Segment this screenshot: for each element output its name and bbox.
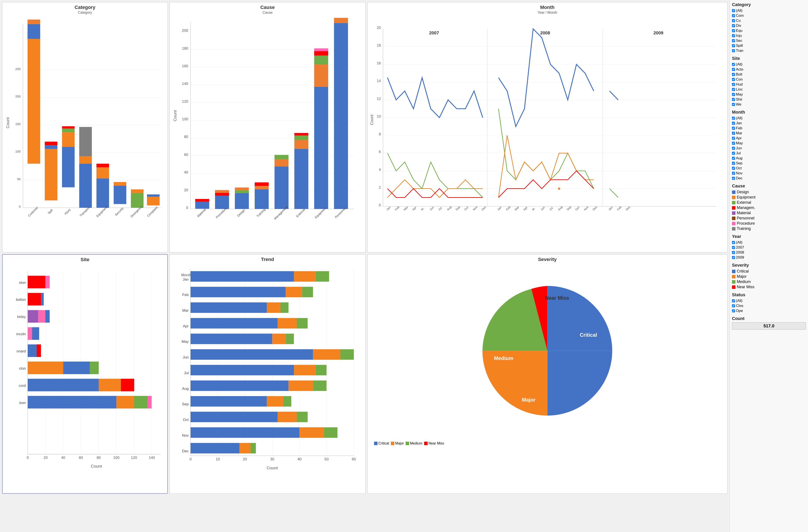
- sidebar-month-title: Month: [732, 110, 806, 115]
- svg-rect-237: [190, 334, 272, 344]
- cat-com-checkbox[interactable]: [732, 14, 735, 17]
- month-subtitle: Year / Month: [370, 11, 725, 15]
- svg-text:Dec: Dec: [592, 205, 598, 211]
- sidebar-cat-equ[interactable]: Equ: [732, 28, 806, 33]
- svg-rect-28: [79, 156, 92, 164]
- sidebar-month-sep[interactable]: Sep: [732, 161, 806, 166]
- cause-personnel-color: Personnel: [732, 216, 806, 221]
- svg-text:40: 40: [61, 456, 66, 460]
- cat-inju-checkbox[interactable]: [732, 34, 735, 37]
- sidebar-month-feb[interactable]: Feb: [732, 126, 806, 130]
- sidebar-year-2009[interactable]: 2009: [732, 255, 806, 260]
- cat-equ-checkbox[interactable]: [732, 29, 735, 32]
- svg-rect-14: [27, 32, 40, 164]
- sidebar-status-all[interactable]: (All): [732, 299, 806, 303]
- svg-text:M.: M.: [531, 207, 536, 211]
- sidebar-month-jan[interactable]: Jan: [732, 121, 806, 126]
- sidebar-site-bolt[interactable]: Bolt: [732, 72, 806, 77]
- sidebar-year-2008[interactable]: 2008: [732, 250, 806, 255]
- sidebar-month-oct[interactable]: Oct: [732, 166, 806, 170]
- sev-major-color: Major: [732, 274, 806, 279]
- sidebar-month-may[interactable]: May: [732, 141, 806, 146]
- sidebar-cat-com[interactable]: Com: [732, 14, 806, 18]
- sev-critical-color: Critical: [732, 269, 806, 273]
- sidebar-cat-div[interactable]: Div: [732, 23, 806, 28]
- cat-all-checkbox[interactable]: [732, 9, 735, 12]
- cat-tran-checkbox[interactable]: [732, 49, 735, 52]
- sidebar-month-mar[interactable]: Mar: [732, 131, 806, 135]
- sidebar-year-2007[interactable]: 2007: [732, 245, 806, 250]
- svg-rect-88: [294, 136, 308, 140]
- severity-title: Severity: [370, 256, 725, 262]
- svg-rect-257: [190, 412, 278, 422]
- cause-external-color: External: [732, 200, 806, 205]
- sidebar-site-all[interactable]: (All): [732, 62, 806, 66]
- sidebar-status-clos[interactable]: Clos: [732, 304, 806, 308]
- svg-text:18: 18: [377, 43, 381, 47]
- sidebar-site-acto[interactable]: Acto: [732, 67, 806, 72]
- svg-rect-18: [45, 149, 57, 200]
- svg-text:0: 0: [19, 205, 21, 208]
- legend-critical: Critical: [374, 441, 389, 445]
- sidebar-month-jul[interactable]: Jul: [732, 151, 806, 155]
- svg-rect-200: [134, 396, 147, 408]
- svg-text:8: 8: [379, 132, 381, 136]
- svg-text:30: 30: [270, 457, 274, 461]
- svg-rect-93: [314, 56, 328, 64]
- svg-text:20: 20: [243, 457, 247, 461]
- sidebar-cat-tran[interactable]: Tran: [732, 49, 806, 53]
- svg-text:100: 100: [15, 150, 21, 153]
- sidebar-month-apr[interactable]: Apr: [732, 136, 806, 140]
- sidebar-site-linc[interactable]: Linc: [732, 87, 806, 92]
- sidebar-cat-spill[interactable]: Spill: [732, 43, 806, 48]
- svg-text:150: 150: [15, 122, 21, 126]
- cat-sec-checkbox[interactable]: [732, 39, 735, 42]
- svg-text:50: 50: [324, 457, 329, 461]
- svg-text:Count: Count: [91, 464, 102, 469]
- sidebar-cat-inju[interactable]: Inju: [732, 34, 806, 38]
- cat-cu-checkbox[interactable]: [732, 19, 735, 22]
- sidebar-cause-title: Cause: [732, 184, 806, 189]
- svg-rect-80: [255, 183, 269, 186]
- cat-div-checkbox[interactable]: [732, 24, 735, 27]
- trend-panel: Trend 0 10 20 30 40 50 60 Count Month: [169, 254, 366, 494]
- svg-rect-246: [294, 365, 316, 375]
- sidebar-status-ope[interactable]: Ope: [732, 309, 806, 313]
- sidebar-month-aug[interactable]: Aug: [732, 156, 806, 160]
- sidebar-month-dec[interactable]: Dec: [732, 176, 806, 180]
- sev-nearmiss-color: Near Miss: [732, 285, 806, 289]
- svg-text:100: 100: [182, 117, 188, 121]
- svg-rect-16: [27, 20, 40, 24]
- svg-rect-182: [45, 310, 50, 323]
- sidebar-year-all[interactable]: (All): [732, 240, 806, 245]
- svg-text:ison: ison: [19, 401, 26, 405]
- svg-rect-22: [62, 147, 75, 187]
- svg-text:40: 40: [184, 170, 188, 174]
- svg-text:Sep: Sep: [455, 205, 461, 211]
- svg-rect-230: [267, 302, 280, 313]
- sidebar-site-may[interactable]: May: [732, 92, 806, 97]
- svg-text:External: External: [295, 208, 306, 218]
- svg-text:Feb: Feb: [182, 292, 189, 297]
- sidebar-site-shir[interactable]: Shir: [732, 97, 806, 102]
- cat-spill-checkbox[interactable]: [732, 44, 735, 47]
- sidebar-cat-all[interactable]: (All): [732, 8, 806, 13]
- svg-text:60: 60: [352, 457, 356, 461]
- sidebar-site-we[interactable]: We: [732, 102, 806, 107]
- svg-text:140: 140: [182, 81, 188, 86]
- svg-rect-227: [302, 287, 313, 297]
- sidebar-site-hud[interactable]: Hud: [732, 82, 806, 87]
- svg-text:120: 120: [131, 456, 137, 460]
- sidebar-month-nov[interactable]: Nov: [732, 171, 806, 175]
- sidebar-month-jun[interactable]: Jun: [732, 146, 806, 150]
- sidebar-month-all[interactable]: (All): [732, 116, 806, 120]
- sidebar-cat-sec[interactable]: Sec: [732, 39, 806, 43]
- svg-rect-41: [147, 197, 160, 206]
- legend-nearmiss: Near Miss: [424, 441, 444, 445]
- sidebar-site-con[interactable]: Con: [732, 77, 806, 82]
- svg-text:Jan: Jan: [183, 277, 189, 282]
- svg-rect-243: [340, 349, 354, 360]
- svg-rect-222: [294, 271, 316, 282]
- svg-text:Count: Count: [267, 466, 278, 470]
- sidebar-cat-cu[interactable]: Cu: [732, 19, 806, 23]
